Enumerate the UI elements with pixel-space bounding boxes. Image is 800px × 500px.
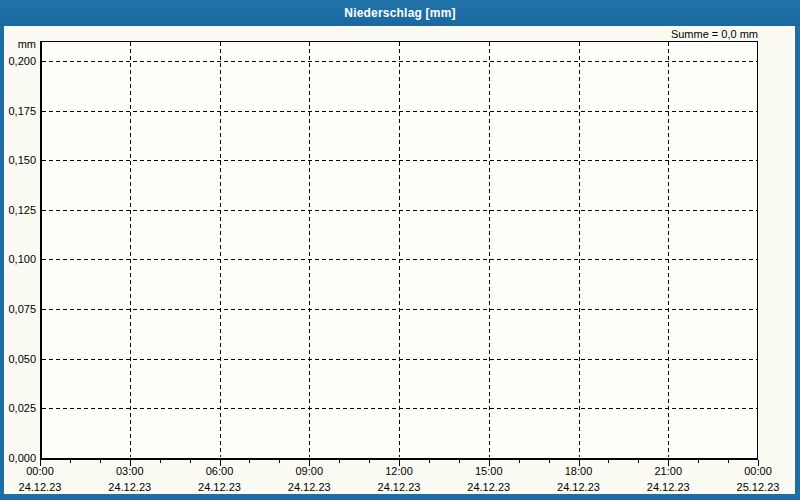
x-tick-date-label: 24.12.23 — [95, 481, 165, 493]
plot-right-border — [757, 41, 758, 460]
x-minor-tick — [459, 460, 460, 463]
x-tick-time-label: 12:00 — [369, 465, 429, 477]
chart-title-bar: Niederschlag [mm] — [0, 0, 800, 26]
x-tick-time-label: 00:00 — [728, 465, 788, 477]
sum-annotation: Summe = 0,0 mm — [671, 28, 758, 40]
x-minor-tick — [160, 460, 161, 463]
x-minor-tick — [70, 460, 71, 463]
x-tick-time-label: 03:00 — [100, 465, 160, 477]
x-minor-tick — [190, 460, 191, 463]
v-gridline — [130, 42, 131, 457]
y-tick-label: 0,075 — [4, 303, 36, 315]
v-gridline — [579, 42, 580, 457]
x-tick-time-label: 21:00 — [638, 465, 698, 477]
x-minor-tick — [638, 460, 639, 463]
x-tick-date-label: 24.12.23 — [274, 481, 344, 493]
y-tick-label: 0,100 — [4, 253, 36, 265]
x-tick-date-label: 24.12.23 — [185, 481, 255, 493]
x-tick-time-label: 00:00 — [10, 465, 70, 477]
y-tick-label: 0,125 — [4, 204, 36, 216]
x-tick-date-label: 24.12.23 — [364, 481, 434, 493]
y-axis-unit-label: mm — [4, 38, 36, 50]
x-minor-tick — [369, 460, 370, 463]
x-tick-time-label: 09:00 — [279, 465, 339, 477]
x-minor-tick — [249, 460, 250, 463]
x-minor-tick — [519, 460, 520, 463]
x-minor-tick — [429, 460, 430, 463]
v-gridline — [489, 42, 490, 457]
y-tick-label: 0,150 — [4, 154, 36, 166]
x-tick-date-label: 24.12.23 — [5, 481, 75, 493]
v-gridline — [220, 42, 221, 457]
y-tick-label: 0,175 — [4, 105, 36, 117]
y-tick-label: 0,000 — [4, 452, 36, 464]
x-axis-line — [40, 458, 758, 460]
x-minor-tick — [279, 460, 280, 463]
chart-window: Niederschlag [mm] Summe = 0,0 mm mm 0,20… — [0, 0, 800, 500]
y-tick-label: 0,050 — [4, 353, 36, 365]
v-gridline — [399, 42, 400, 457]
chart-content-area: Summe = 0,0 mm mm 0,2000,1750,1500,1250,… — [4, 26, 795, 494]
x-minor-tick — [728, 460, 729, 463]
x-tick-date-label: 24.12.23 — [454, 481, 524, 493]
x-minor-tick — [608, 460, 609, 463]
y-tick-label: 0,200 — [4, 55, 36, 67]
v-gridline — [309, 42, 310, 457]
x-tick-time-label: 06:00 — [190, 465, 250, 477]
chart-title: Niederschlag [mm] — [344, 6, 455, 20]
y-tick-label: 0,025 — [4, 402, 36, 414]
x-minor-tick — [549, 460, 550, 463]
x-tick-date-label: 24.12.23 — [633, 481, 703, 493]
x-minor-tick — [100, 460, 101, 463]
x-tick-time-label: 15:00 — [459, 465, 519, 477]
x-tick-date-label: 24.12.23 — [544, 481, 614, 493]
x-minor-tick — [339, 460, 340, 463]
plot-top-border — [40, 41, 758, 42]
v-gridline — [668, 42, 669, 457]
x-tick-time-label: 18:00 — [549, 465, 609, 477]
x-tick-date-label: 25.12.23 — [723, 481, 793, 493]
y-axis-line — [40, 41, 42, 460]
x-minor-tick — [698, 460, 699, 463]
